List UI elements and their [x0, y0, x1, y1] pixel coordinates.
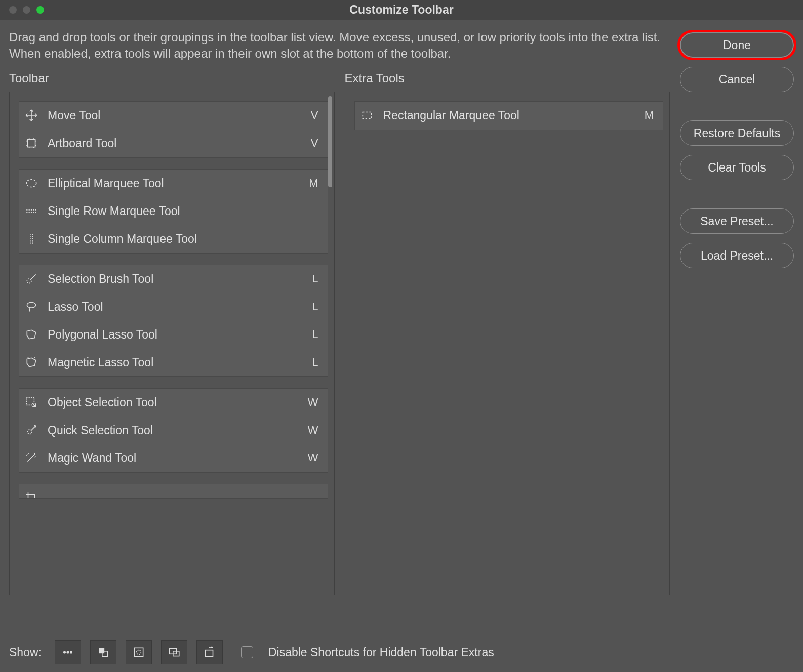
- tool-shortcut: L: [303, 272, 318, 285]
- tool-shortcut: W: [303, 451, 318, 465]
- bottom-bar: Show: Disable Shortcuts for Hidden Toolb…: [0, 633, 803, 672]
- tool-group[interactable]: Object Selection Tool W Quick Selection …: [19, 388, 328, 473]
- toggle-screen-mode[interactable]: [161, 640, 187, 664]
- clear-tools-button[interactable]: Clear Tools: [680, 155, 794, 180]
- scrollbar[interactable]: [328, 96, 332, 187]
- artboard-icon: [23, 135, 39, 151]
- quick-selection-icon: [23, 422, 39, 438]
- tool-group[interactable]: Move Tool V Artboard Tool V: [19, 101, 328, 158]
- tool-row-magnetic-lasso[interactable]: Magnetic Lasso Tool L: [19, 349, 328, 376]
- svg-point-5: [27, 430, 32, 434]
- show-label: Show:: [9, 646, 42, 659]
- tool-shortcut: L: [303, 300, 318, 313]
- toggle-quick-mask[interactable]: [126, 640, 152, 664]
- svg-rect-0: [27, 140, 35, 147]
- toolbar-header: Toolbar: [9, 71, 335, 86]
- tool-row-rectangular-marquee[interactable]: Rectangular Marquee Tool M: [355, 102, 663, 130]
- elliptical-marquee-icon: [23, 175, 39, 191]
- dialog-description: Drag and drop tools or their groupings i…: [9, 29, 670, 62]
- tool-label: Single Column Marquee Tool: [48, 232, 295, 246]
- svg-point-8: [67, 651, 68, 653]
- restore-defaults-button[interactable]: Restore Defaults: [680, 120, 794, 146]
- tool-row-elliptical-marquee[interactable]: Elliptical Marquee Tool M: [19, 170, 328, 197]
- tool-shortcut: L: [303, 328, 318, 341]
- tool-label: Rectangular Marquee Tool: [383, 109, 631, 122]
- toggle-foreground-background[interactable]: [90, 640, 116, 664]
- tool-shortcut: W: [303, 396, 318, 409]
- tool-label: Single Row Marquee Tool: [48, 204, 295, 218]
- disable-shortcuts-label: Disable Shortcuts for Hidden Toolbar Ext…: [268, 646, 494, 659]
- tool-row-magic-wand[interactable]: Magic Wand Tool W: [19, 444, 328, 472]
- titlebar: Customize Toolbar: [0, 0, 803, 20]
- tool-row-object-selection[interactable]: Object Selection Tool W: [19, 389, 328, 416]
- tool-label: Artboard Tool: [48, 137, 295, 150]
- tool-group[interactable]: Rectangular Marquee Tool M: [354, 101, 664, 130]
- extra-tools-column: Extra Tools Rectangular Marquee Tool M: [345, 71, 670, 595]
- tool-label: Selection Brush Tool: [48, 272, 295, 286]
- tool-row-lasso[interactable]: Lasso Tool L: [19, 293, 328, 321]
- tool-label: Quick Selection Tool: [48, 424, 295, 437]
- tool-label: Magic Wand Tool: [48, 451, 295, 465]
- window-title: Customize Toolbar: [0, 3, 803, 17]
- tool-row-move[interactable]: Move Tool V: [19, 102, 328, 130]
- save-preset-button[interactable]: Save Preset...: [680, 208, 794, 234]
- tool-group[interactable]: Selection Brush Tool L Lasso Tool L Poly…: [19, 265, 328, 377]
- svg-rect-12: [134, 648, 143, 656]
- tool-label: Object Selection Tool: [48, 396, 295, 409]
- toolbar-list[interactable]: Move Tool V Artboard Tool V: [9, 92, 335, 595]
- tool-row-polygonal-lasso[interactable]: Polygonal Lasso Tool L: [19, 321, 328, 349]
- disable-shortcuts-checkbox[interactable]: [241, 646, 253, 658]
- extra-tools-list[interactable]: Rectangular Marquee Tool M: [345, 92, 670, 595]
- tool-row-partial[interactable]: [19, 484, 328, 499]
- tool-label: Polygonal Lasso Tool: [48, 328, 295, 342]
- tool-row-selection-brush[interactable]: Selection Brush Tool L: [19, 265, 328, 293]
- toggle-extra-dots[interactable]: [55, 640, 81, 664]
- polygonal-lasso-icon: [23, 326, 39, 343]
- crop-icon: [23, 490, 39, 499]
- load-preset-button[interactable]: Load Preset...: [680, 243, 794, 268]
- toolbar-column: Toolbar Move Tool V Artboard Tool: [9, 71, 335, 595]
- move-icon: [23, 107, 39, 123]
- tool-row-artboard[interactable]: Artboard Tool V: [19, 130, 328, 157]
- svg-point-1: [26, 180, 36, 187]
- object-selection-icon: [23, 394, 39, 410]
- tool-row-single-column-marquee[interactable]: Single Column Marquee Tool: [19, 225, 328, 253]
- dialog-buttons: Done Cancel Restore Defaults Clear Tools…: [680, 29, 794, 595]
- tool-row-quick-selection[interactable]: Quick Selection Tool W: [19, 416, 328, 444]
- svg-rect-6: [363, 112, 371, 119]
- magnetic-lasso-icon: [23, 354, 39, 370]
- tool-group[interactable]: Elliptical Marquee Tool M Single Row Mar…: [19, 169, 328, 254]
- tool-shortcut: V: [303, 109, 318, 122]
- svg-point-13: [137, 650, 141, 655]
- svg-point-9: [70, 651, 72, 653]
- tool-shortcut: V: [303, 137, 318, 150]
- tool-label: Elliptical Marquee Tool: [48, 177, 295, 190]
- tool-label: Lasso Tool: [48, 300, 295, 314]
- svg-point-7: [64, 651, 65, 653]
- svg-point-2: [27, 279, 31, 283]
- svg-point-3: [27, 303, 35, 308]
- tool-row-single-row-marquee[interactable]: Single Row Marquee Tool: [19, 197, 328, 225]
- toggle-edit-toolbar[interactable]: [196, 640, 223, 664]
- selection-brush-icon: [23, 271, 39, 287]
- cancel-button[interactable]: Cancel: [680, 67, 794, 92]
- tool-shortcut: L: [303, 356, 318, 369]
- tool-group[interactable]: [19, 484, 328, 499]
- tool-shortcut: M: [303, 177, 318, 190]
- svg-rect-10: [99, 648, 104, 653]
- single-column-marquee-icon: [23, 231, 39, 247]
- tool-label: Magnetic Lasso Tool: [48, 356, 295, 369]
- done-button[interactable]: Done: [680, 32, 794, 58]
- tool-shortcut: W: [303, 424, 318, 437]
- single-row-marquee-icon: [23, 203, 39, 219]
- tool-shortcut: M: [638, 109, 654, 122]
- svg-rect-16: [205, 650, 213, 657]
- magic-wand-icon: [23, 450, 39, 466]
- extra-tools-header: Extra Tools: [345, 71, 670, 86]
- tool-label: Move Tool: [48, 109, 295, 122]
- lasso-icon: [23, 299, 39, 315]
- rectangular-marquee-icon: [359, 107, 375, 123]
